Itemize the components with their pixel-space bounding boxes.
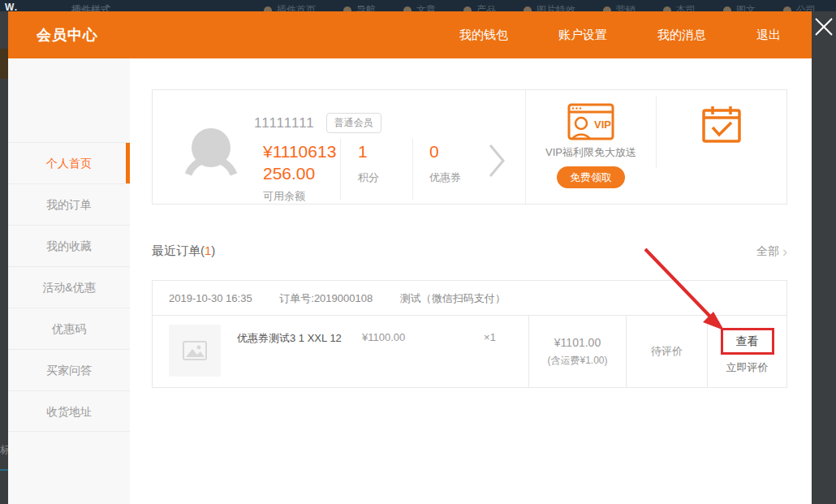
review-now-button[interactable]: 立即评价 — [726, 360, 769, 375]
close-icon — [812, 15, 835, 38]
order-action-cell: 查看 立即评价 — [707, 316, 786, 387]
product-thumbnail[interactable] — [169, 325, 221, 377]
sidebar-item-label: 活动&优惠 — [42, 281, 95, 294]
sidebar-item-personal-home[interactable]: 个人首页 — [8, 142, 130, 183]
background-nav-item: 本司 — [663, 3, 696, 11]
points-label: 积分 — [358, 170, 379, 185]
background-nav-item: 图片特效 — [524, 3, 575, 11]
product-name[interactable]: 优惠券测试3 1 XXL 12 — [237, 331, 362, 346]
background-nav-item: 公司 — [783, 3, 816, 11]
sidebar-item-shipping-address[interactable]: 收货地址 — [8, 390, 130, 432]
coupons-value: 0 — [429, 140, 461, 162]
order-header-row: 2019-10-30 16:35 订单号:2019000108 测试（微信扫码支… — [153, 281, 786, 316]
sidebar-item-label: 优惠码 — [52, 322, 86, 335]
coupons-stat[interactable]: 0 优惠券 — [429, 140, 461, 185]
background-left-fragment-block — [0, 49, 8, 79]
profile-detail-chevron[interactable] — [487, 142, 506, 183]
account-summary-card: 11111111 普通会员 ¥1110613256.00 可用余额 1 积分 0… — [152, 89, 787, 205]
background-nav-item: 插件首页 — [264, 3, 316, 11]
close-button[interactable] — [812, 15, 835, 38]
chevron-right-icon: › — [782, 246, 787, 257]
calendar-icon — [701, 105, 742, 144]
order-total-cell: ¥1101.00 (含运费¥1.00) — [528, 316, 626, 387]
main-panel: 11111111 普通会员 ¥1110613256.00 可用余额 1 积分 0… — [130, 58, 812, 504]
vip-caption: VIP福利限免大放送 — [526, 145, 656, 160]
header-nav: 我的钱包 账户设置 我的消息 退出 — [409, 28, 812, 43]
username-row: 11111111 普通会员 — [254, 113, 381, 133]
orders-title-suffix: ) — [211, 243, 215, 257]
member-level-badge: 普通会员 — [326, 113, 381, 133]
sidebar: 个人首页 我的订单 我的收藏 活动&优惠 优惠码 买家问答 收货地址 — [8, 58, 130, 504]
points-value: 1 — [358, 140, 379, 162]
sidebar-item-label: 买家问答 — [46, 364, 92, 377]
background-nav-item: 文章 — [403, 3, 436, 11]
sidebar-item-my-favorites[interactable]: 我的收藏 — [8, 225, 130, 266]
order-status-cell: 待评价 — [626, 316, 707, 387]
points-stat[interactable]: 1 积分 — [358, 140, 379, 185]
all-label: 全部 — [756, 244, 779, 259]
view-order-button[interactable]: 查看 — [736, 334, 759, 347]
sidebar-item-label: 我的订单 — [46, 198, 92, 211]
member-center-header: 会员中心 我的钱包 账户设置 我的消息 退出 — [8, 11, 812, 58]
nav-logout[interactable]: 退出 — [756, 28, 781, 43]
background-nav-fragments: 插件首页 导航 文章 产品 图片特效 营销 本司 图文 公司 常用 更多 — [264, 3, 836, 11]
image-placeholder-icon — [183, 341, 207, 360]
balance-value: ¥1110613256.00 — [263, 140, 344, 184]
order-status: 待评价 — [651, 344, 683, 359]
nav-account-settings[interactable]: 账户设置 — [558, 28, 607, 43]
background-nav-item: 导航 — [343, 3, 376, 11]
background-left-text-fragment: 标 — [0, 443, 8, 457]
product-price: ¥1100.00 — [362, 331, 451, 343]
avatar — [185, 127, 237, 179]
background-style-fragment: 插件样式 — [71, 3, 110, 11]
sidebar-item-label: 收货地址 — [46, 405, 92, 418]
order-payment-note: 测试（微信扫码支付） — [400, 292, 506, 304]
order-number: 订单号:2019000108 — [279, 292, 373, 304]
sidebar-item-my-orders[interactable]: 我的订单 — [8, 183, 130, 225]
background-nav-item: 产品 — [463, 3, 496, 11]
vip-browser-icon: VIP — [567, 103, 614, 140]
balance-label: 可用余额 — [263, 189, 344, 204]
calendar-check-icon — [656, 105, 786, 147]
divider — [412, 139, 413, 200]
nav-my-wallet[interactable]: 我的钱包 — [459, 28, 508, 43]
vip-benefit-icon: VIP — [526, 103, 656, 144]
product-quantity: ×1 — [451, 331, 528, 343]
background-nav-item: 图文 — [723, 3, 756, 11]
sidebar-item-buyer-qa[interactable]: 买家问答 — [8, 349, 130, 390]
shipping-note: (含运费¥1.00) — [547, 354, 607, 368]
sidebar-item-coupon-code[interactable]: 优惠码 — [8, 308, 130, 349]
coupons-label: 优惠券 — [429, 170, 461, 185]
order-product-cell: 优惠券测试3 1 XXL 12 ¥1100.00 ×1 — [153, 316, 528, 387]
sidebar-item-label: 个人首页 — [46, 157, 92, 170]
background-left-line-fragment — [0, 469, 8, 471]
order-date: 2019-10-30 16:35 — [169, 292, 252, 304]
vip-icon-label: VIP — [594, 118, 611, 131]
checkin-section[interactable] — [656, 90, 786, 204]
balance-stat[interactable]: ¥1110613256.00 可用余额 — [263, 140, 344, 204]
orders-title-prefix: 最近订单( — [152, 243, 205, 257]
chevron-right-icon — [487, 142, 506, 179]
background-nav-item: 营销 — [603, 3, 636, 11]
recent-orders-title: 最近订单(1) — [152, 243, 215, 259]
background-top-navbar: W. 插件样式 插件首页 导航 文章 产品 图片特效 营销 本司 图文 公司 常… — [0, 0, 836, 11]
sidebar-spacer — [8, 58, 130, 142]
annotation-highlight-box: 查看 — [721, 328, 774, 355]
sidebar-item-label: 我的收藏 — [46, 239, 92, 252]
profile-section: 11111111 普通会员 ¥1110613256.00 可用余额 1 积分 0… — [153, 90, 525, 204]
page-title: 会员中心 — [37, 25, 98, 45]
view-all-orders-link[interactable]: 全部 › — [756, 244, 787, 259]
order-body-row: 优惠券测试3 1 XXL 12 ¥1100.00 ×1 ¥1101.00 (含运… — [153, 316, 786, 387]
nav-my-messages[interactable]: 我的消息 — [657, 28, 706, 43]
recent-orders-header: 最近订单(1) 全部 › — [152, 243, 787, 259]
background-logo-fragment: W. — [5, 2, 18, 11]
sidebar-item-activities-discounts[interactable]: 活动&优惠 — [8, 266, 130, 308]
vip-section: VIP VIP福利限免大放送 免费领取 — [525, 90, 656, 204]
username: 11111111 — [254, 115, 315, 131]
avatar-silhouette-icon — [185, 127, 237, 179]
free-claim-button[interactable]: 免费领取 — [557, 166, 625, 188]
order-card: 2019-10-30 16:35 订单号:2019000108 测试（微信扫码支… — [152, 280, 787, 388]
order-total: ¥1101.00 — [554, 336, 601, 349]
